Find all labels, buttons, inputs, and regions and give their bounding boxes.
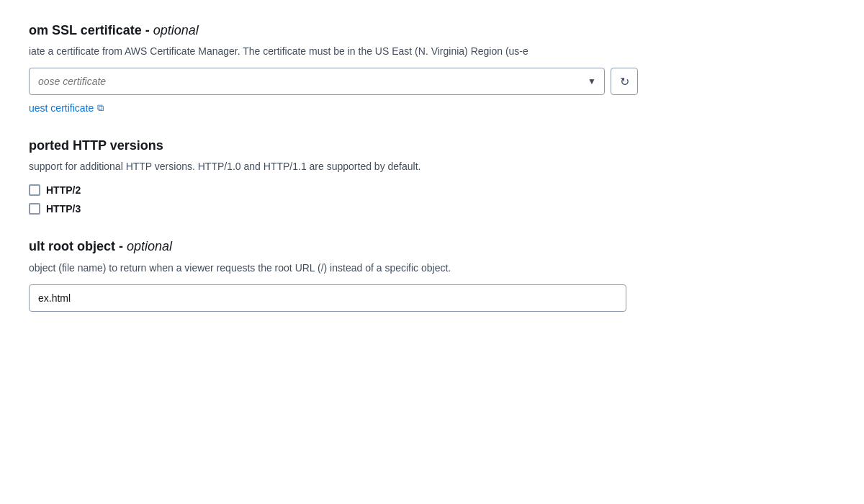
default-root-description: object (file name) to return when a view…	[29, 261, 835, 276]
http-versions-checkbox-group: HTTP/2 HTTP/3	[29, 184, 835, 215]
ssl-title-prefix: om SSL certificate	[29, 23, 142, 37]
default-root-input-wrapper	[29, 284, 835, 312]
http2-checkbox-item[interactable]: HTTP/2	[29, 184, 835, 196]
external-link-icon: ⧉	[97, 102, 104, 114]
http3-label: HTTP/3	[46, 203, 81, 215]
ssl-section-title: om SSL certificate - optional	[29, 22, 835, 40]
default-root-title: ult root object - optional	[29, 238, 835, 256]
default-root-title-optional: optional	[127, 239, 172, 253]
request-certificate-link[interactable]: uest certificate ⧉	[29, 102, 104, 114]
ssl-certificate-section: om SSL certificate - optional iate a cer…	[29, 22, 835, 114]
default-root-title-dash: -	[115, 239, 127, 253]
refresh-icon: ↻	[620, 75, 629, 89]
ssl-select-wrapper: ▼	[29, 68, 605, 95]
default-root-section: ult root object - optional object (file …	[29, 238, 835, 311]
http2-checkbox[interactable]	[29, 184, 40, 196]
http2-label: HTTP/2	[46, 184, 81, 196]
ssl-section-description: iate a certificate from AWS Certificate …	[29, 44, 835, 59]
ssl-certificate-select[interactable]	[29, 68, 605, 95]
http-versions-title: ported HTTP versions	[29, 137, 835, 155]
http3-checkbox[interactable]	[29, 203, 40, 215]
default-root-title-prefix: ult root object	[29, 239, 115, 253]
ssl-title-optional: optional	[153, 23, 199, 37]
page-container: om SSL certificate - optional iate a cer…	[0, 0, 864, 504]
http-versions-section: ported HTTP versions support for additio…	[29, 137, 835, 215]
http3-checkbox-item[interactable]: HTTP/3	[29, 203, 835, 215]
http-versions-description: support for additional HTTP versions. HT…	[29, 159, 835, 174]
ssl-refresh-button[interactable]: ↻	[611, 68, 638, 95]
request-certificate-label: uest certificate	[29, 102, 94, 114]
default-root-object-input[interactable]	[29, 284, 626, 312]
ssl-select-row: ▼ ↻	[29, 68, 835, 95]
ssl-link-row: uest certificate ⧉	[29, 102, 835, 114]
ssl-title-dash: -	[142, 23, 153, 37]
